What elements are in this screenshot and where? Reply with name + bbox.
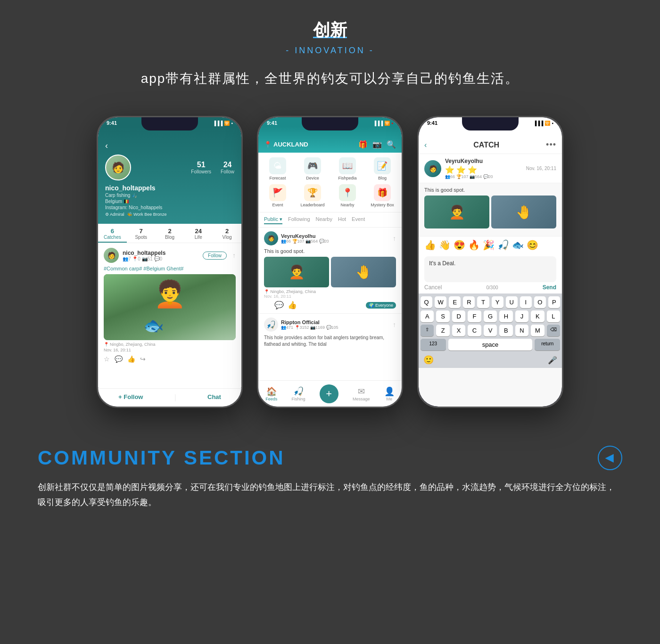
emoji-fire[interactable]: 🔥	[468, 239, 480, 251]
feed-share-icon1[interactable]: ↑	[393, 235, 396, 242]
emoji-fish-hook[interactable]: 🎣	[497, 239, 509, 251]
key-R[interactable]: R	[463, 296, 475, 308]
message-input-area: It's a Deal. Cancel 0/300 Send	[419, 253, 562, 293]
wifi-icon2: 🛜	[384, 121, 390, 126]
feed-post-2: 🎣 Rippton Official 👥471 📍3152 📷1169 💬105…	[258, 314, 402, 351]
key-Z[interactable]: Z	[436, 325, 449, 336]
key-E[interactable]: E	[449, 296, 461, 308]
tab-public[interactable]: Public ▾	[264, 215, 282, 224]
key-W[interactable]: W	[435, 296, 446, 308]
key-M[interactable]: M	[531, 325, 544, 336]
follow-action-button[interactable]: + Follow	[118, 393, 143, 402]
nav-me[interactable]: 👤 Me	[384, 386, 395, 401]
feed-repost-icon[interactable]: ↪	[301, 301, 307, 310]
cat-mystery[interactable]: 🎁 Mystery Box	[367, 184, 398, 207]
emoji-dots[interactable]: ···	[541, 239, 549, 251]
tab-spots[interactable]: 7 Spots	[127, 224, 156, 243]
key-T[interactable]: T	[477, 296, 489, 308]
feed-star-icon[interactable]: ☆	[264, 301, 271, 310]
phone2-status-bar: 9:41 ▐▐▐ 🛜 ▪	[258, 117, 402, 127]
star-icon[interactable]: ☆	[104, 355, 110, 363]
send-button[interactable]: Send	[543, 284, 556, 291]
tab-event[interactable]: Event	[352, 215, 365, 224]
profile-bottom-actions: + Follow | Chat	[98, 388, 241, 407]
mic-icon[interactable]: 🎤	[548, 356, 557, 365]
key-U[interactable]: U	[506, 296, 518, 308]
nav-message[interactable]: ✉ Message	[353, 386, 370, 401]
key-D[interactable]: D	[452, 310, 465, 322]
key-V[interactable]: V	[484, 325, 497, 336]
share-icon[interactable]: ↑	[232, 252, 236, 259]
key-Y[interactable]: Y	[492, 296, 503, 308]
cat-event[interactable]: 🚩 Event	[262, 184, 293, 207]
back-nav-button[interactable]: ◀	[598, 446, 622, 470]
key-S[interactable]: S	[436, 310, 449, 322]
tab-life[interactable]: 24 Life	[184, 224, 213, 243]
key-Q[interactable]: Q	[421, 296, 432, 308]
key-P[interactable]: P	[548, 296, 560, 308]
key-X[interactable]: X	[452, 325, 465, 336]
key-L[interactable]: L	[547, 310, 560, 322]
add-post-button[interactable]: +	[320, 384, 338, 403]
key-N[interactable]: N	[515, 325, 528, 336]
phone1-screen: 9:41 ▐▐▐ 🛜 ▪ ‹ 🧑 51 Followers	[98, 117, 241, 407]
tab-nearby[interactable]: Nearby	[316, 215, 332, 224]
key-123[interactable]: 123	[421, 339, 446, 351]
key-I[interactable]: I	[520, 296, 532, 308]
like-icon[interactable]: 👍	[127, 355, 135, 363]
key-B[interactable]: B	[499, 325, 512, 336]
feed-like-icon[interactable]: 👍	[288, 301, 297, 310]
blog-icon: 📝	[374, 157, 391, 174]
cat-nearby[interactable]: 📍 Nearby	[332, 184, 363, 207]
tab-hot[interactable]: Hot	[338, 215, 346, 224]
chat-action-button[interactable]: Chat	[207, 393, 221, 402]
post-username: nico_holtappels	[123, 250, 165, 256]
emoji-heart-eyes[interactable]: 😍	[454, 239, 465, 251]
tab-vlog[interactable]: 2 Vlog	[213, 224, 241, 243]
comment-icon[interactable]: 💬	[115, 355, 123, 363]
chat-images: 🧑‍🦱 🤚	[424, 196, 556, 228]
key-shift[interactable]: ⇧	[421, 325, 434, 336]
emoji-keyboard-icon[interactable]: 🙂	[423, 355, 434, 365]
key-O[interactable]: O	[534, 296, 546, 308]
key-H[interactable]: H	[499, 310, 512, 322]
emoji-wave[interactable]: 👋	[439, 239, 451, 251]
back-button[interactable]: ‹	[105, 141, 234, 151]
tab-catches[interactable]: 6 Catches	[98, 224, 127, 243]
tab-following[interactable]: Following	[288, 215, 310, 224]
cat-device[interactable]: 🎮 Device	[297, 157, 328, 180]
emoji-smile[interactable]: 😊	[527, 239, 538, 251]
cat-fishpedia[interactable]: 📖 Fishpedia	[332, 157, 363, 180]
message-input[interactable]: It's a Deal.	[424, 256, 556, 282]
emoji-thumbsup[interactable]: 👍	[424, 239, 436, 251]
feed-comment-icon[interactable]: 💬	[274, 301, 284, 310]
emoji-fish[interactable]: 🐟	[512, 239, 524, 251]
feed-share-icon2[interactable]: ↑	[393, 321, 396, 328]
cat-leaderboard[interactable]: 🏆 Leaderboard	[297, 184, 328, 207]
follow-button[interactable]: Follow	[203, 252, 227, 260]
cat-forecast[interactable]: 🌤 Forecast	[262, 157, 293, 180]
key-K[interactable]: K	[531, 310, 544, 322]
profile-stats: 51 Followers 24 Follow	[191, 161, 234, 174]
cat-blog[interactable]: 📝 Blog	[367, 157, 398, 180]
key-C[interactable]: C	[468, 325, 481, 336]
search-icon[interactable]: 🔍	[387, 140, 396, 149]
nav-feeds[interactable]: 🏠 Feeds	[265, 386, 277, 401]
key-A[interactable]: A	[421, 310, 434, 322]
nav-fishing[interactable]: 🎣 Fishing	[291, 386, 305, 401]
camera-icon[interactable]: 📷	[372, 140, 382, 149]
key-G[interactable]: G	[484, 310, 497, 322]
key-J[interactable]: J	[515, 310, 528, 322]
post-actions: ☆ 💬 👍 ↪	[104, 355, 236, 363]
cancel-button[interactable]: Cancel	[424, 284, 442, 291]
share-arrow-icon[interactable]: ↪	[140, 355, 146, 363]
key-return[interactable]: return	[535, 339, 560, 351]
emoji-party[interactable]: 🎉	[483, 239, 495, 251]
cellular-icon2: ▐▐▐	[373, 121, 383, 126]
chat-options-button[interactable]: •••	[546, 140, 556, 150]
key-space[interactable]: space	[448, 339, 533, 351]
tab-blog[interactable]: 2 Blog	[156, 224, 184, 243]
gift-icon[interactable]: 🎁	[358, 140, 368, 149]
key-F[interactable]: F	[468, 310, 481, 322]
key-backspace[interactable]: ⌫	[547, 325, 560, 336]
